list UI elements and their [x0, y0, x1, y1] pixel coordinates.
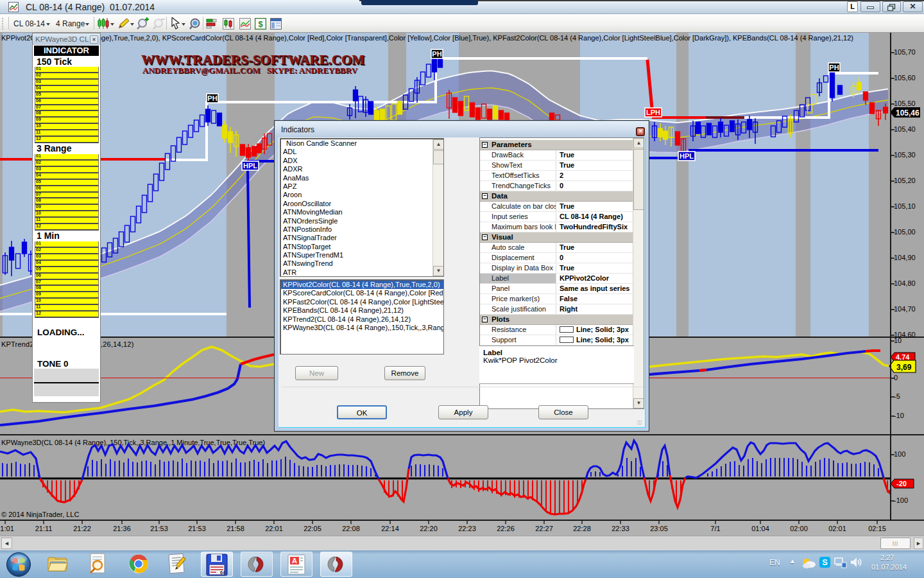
svg-text:-20: -20 — [896, 480, 907, 487]
svg-text:LPH: LPH — [646, 109, 660, 116]
svg-text:A: A — [292, 557, 297, 565]
svg-text:PH: PH — [207, 94, 217, 102]
svg-text:PH: PH — [829, 64, 839, 71]
svg-text:64: 64 — [220, 570, 225, 575]
svg-text:105,46: 105,46 — [896, 109, 920, 118]
svg-text:4,74: 4,74 — [896, 353, 910, 361]
svg-text:HPL: HPL — [680, 152, 694, 160]
svg-text:HPL: HPL — [243, 162, 257, 170]
svg-text:3,69: 3,69 — [896, 363, 912, 372]
